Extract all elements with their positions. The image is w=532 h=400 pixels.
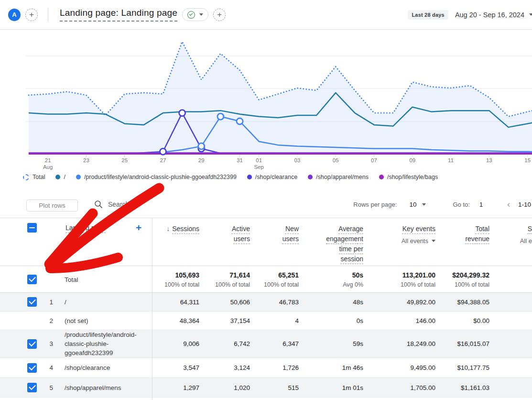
previous-page-chevron-icon[interactable]: ‹ xyxy=(507,200,510,209)
x-axis-tick-label: 07 xyxy=(371,157,377,163)
metric-cell: 48s xyxy=(299,299,363,306)
check-circle-icon xyxy=(187,11,195,19)
dimension-header[interactable]: Landing page xyxy=(65,224,106,232)
avatar[interactable]: A xyxy=(8,9,21,21)
metric-cell: 1,297 xyxy=(152,384,199,391)
column-header[interactable]: Active users xyxy=(199,218,250,266)
chart-legend: Total//product/lifestyle/android-classic… xyxy=(23,174,438,180)
data-point-marker[interactable] xyxy=(179,110,185,116)
legend-item[interactable]: /shop/lifestyle/bags xyxy=(379,174,438,180)
sessions-trend-chart: 21Aug232527293101Sep03050709111315 xyxy=(0,30,532,171)
legend-label: /shop/apparel/mens xyxy=(316,174,369,180)
landing-page-value: /shop/clearance xyxy=(65,363,147,372)
rows-per-page-label: Rows per page: xyxy=(353,201,397,208)
metric-cell: 1,020 xyxy=(199,384,250,391)
metric-cell: 9,495.00 xyxy=(363,364,435,371)
column-header[interactable]: New users xyxy=(250,218,299,266)
table-row: 2(not set)48,36437,15440s146.00$0.00 xyxy=(0,311,532,330)
x-axis-tick-label: 05 xyxy=(333,157,339,163)
column-header[interactable]: ↓Sessions xyxy=(152,218,199,266)
metric-cell: 37,154 xyxy=(199,317,250,324)
metric-cell: 9,006 xyxy=(152,340,199,347)
x-axis-month-label: Aug xyxy=(43,164,53,170)
select-all-checkbox[interactable] xyxy=(27,223,37,233)
series-dot-icon xyxy=(379,175,384,179)
column-divider xyxy=(152,218,152,400)
column-header[interactable]: Total revenue xyxy=(435,218,489,266)
metric-cell: 64,311 xyxy=(152,299,199,306)
report-status-chip[interactable] xyxy=(182,8,208,21)
legend-item[interactable]: /shop/apparel/mens xyxy=(308,174,369,180)
x-axis-tick-label: 09 xyxy=(409,157,415,163)
legend-item[interactable]: /product/lifestyle/android-classic-plush… xyxy=(76,174,237,180)
x-axis-tick-label: 03 xyxy=(294,157,301,163)
table-controls: Plot rows Search... Rows per page: 10 Go… xyxy=(0,194,532,218)
add-report-button[interactable]: + xyxy=(213,9,226,21)
add-column-button[interactable]: + xyxy=(136,222,141,233)
metric-cell: 1,705.00 xyxy=(363,384,435,391)
legend-label: Total xyxy=(33,174,45,180)
table-body: Total105,693100% of total71,614100% of t… xyxy=(0,267,532,398)
data-point-marker[interactable] xyxy=(160,148,166,155)
landing-page-value: (not set) xyxy=(65,316,147,325)
row-checkbox[interactable] xyxy=(27,339,37,349)
metric-cell: 50sAvg 0% xyxy=(299,271,363,288)
table-row: 1/64,31150,60646,78348s49,892.00$94,388.… xyxy=(0,293,532,311)
metric-cell: 1m 46s xyxy=(299,364,363,371)
x-axis-tick-label: 27 xyxy=(160,157,166,163)
metric-cell: 1m 01s xyxy=(299,384,363,391)
metric-cell: 6,347 xyxy=(250,340,299,347)
metric-cell: $0.00 xyxy=(435,317,489,324)
row-checkbox[interactable] xyxy=(27,275,37,284)
report-title[interactable]: Landing page: Landing page xyxy=(60,8,177,22)
row-number: 5 xyxy=(37,384,53,391)
row-checkbox[interactable] xyxy=(27,363,37,373)
rows-per-page-value[interactable]: 10 xyxy=(409,201,416,208)
series-dot-icon xyxy=(55,175,60,179)
metric-cell: $204,299.32100% of total xyxy=(435,271,489,288)
metric-cell: 18,249.00 xyxy=(363,340,435,347)
search-input[interactable]: Search... xyxy=(94,200,135,209)
chevron-down-icon xyxy=(432,240,435,242)
add-comparison-button[interactable]: + xyxy=(25,9,38,21)
column-header-label: Key events xyxy=(402,224,435,234)
legend-item[interactable]: Total xyxy=(23,174,45,180)
x-axis-tick-label: 11 xyxy=(448,157,454,163)
page-range: 1-10 xyxy=(518,201,531,208)
x-axis-tick-label: 21 xyxy=(45,157,51,163)
legend-item[interactable]: /shop/clearance xyxy=(247,174,297,180)
metric-cell: 113,201.00100% of total xyxy=(363,271,435,288)
column-subfilter[interactable]: All e xyxy=(489,237,532,244)
chevron-down-icon[interactable] xyxy=(529,13,532,16)
plot-rows-button[interactable]: Plot rows xyxy=(26,200,78,211)
row-checkbox[interactable] xyxy=(27,383,37,392)
metric-cell: 4 xyxy=(250,317,299,324)
metric-cell: 59s xyxy=(299,340,363,347)
legend-item[interactable]: / xyxy=(55,174,65,180)
date-range-selector[interactable]: Aug 20 - Sep 16, 2024 xyxy=(455,11,524,19)
x-axis-tick-label: 13 xyxy=(486,157,492,163)
total-row: Total105,693100% of total71,614100% of t… xyxy=(0,267,532,293)
chevron-down-icon[interactable] xyxy=(422,203,426,206)
row-number: 1 xyxy=(37,299,53,306)
column-subfilter[interactable]: All events xyxy=(363,237,435,244)
row-checkbox[interactable] xyxy=(27,297,37,307)
column-header[interactable]: Average engagement time per session xyxy=(299,218,363,266)
plus-icon: + xyxy=(217,11,222,19)
column-header[interactable]: SAll e xyxy=(489,218,532,266)
metric-cell: 515 xyxy=(250,384,299,391)
go-to-input[interactable]: 1 xyxy=(479,201,483,208)
column-subfilter-label: All events xyxy=(402,237,428,244)
data-point-marker[interactable] xyxy=(217,113,224,120)
data-point-marker[interactable] xyxy=(198,143,205,149)
column-header-label: Active users xyxy=(220,224,250,244)
metric-cell: 6,742 xyxy=(199,340,250,347)
landing-page-value: / xyxy=(65,298,147,307)
go-to-label: Go to: xyxy=(453,201,469,208)
dashed-ring-icon xyxy=(23,174,29,180)
legend-label: / xyxy=(64,174,65,180)
data-point-marker[interactable] xyxy=(237,118,243,124)
row-number: 3 xyxy=(37,340,53,347)
legend-label: /product/lifestyle/android-classic-plush… xyxy=(84,174,237,180)
column-header[interactable]: Key eventsAll events xyxy=(363,218,435,266)
